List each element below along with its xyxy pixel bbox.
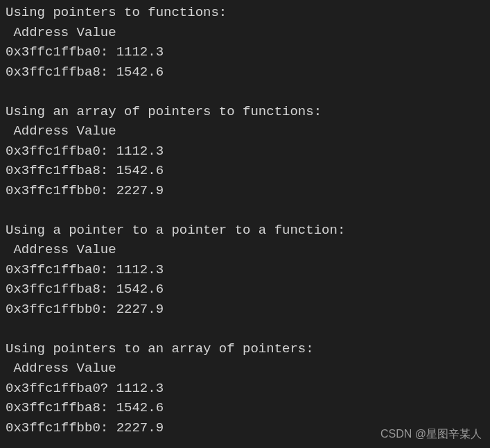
watermark: CSDN @星图辛某人 (380, 426, 482, 442)
value-cell: 1112.3 (116, 144, 164, 159)
value-cell: 2227.9 (116, 302, 164, 317)
value-cell: 1112.3 (116, 381, 164, 396)
value-cell: 1542.6 (116, 400, 164, 415)
address-cell: 0x3ffc1ffba8 (6, 163, 100, 178)
value-cell: 1542.6 (116, 64, 164, 80)
column-header: Address Value (6, 359, 484, 379)
separator: : (100, 282, 108, 297)
section-title: Using pointers to an array of pointers: (6, 339, 484, 359)
separator: : (100, 262, 108, 277)
output-row: 0x3ffc1ffba0: 1112.3 (6, 42, 484, 62)
separator: : (100, 144, 108, 159)
address-cell: 0x3ffc1ffba8 (6, 64, 100, 80)
output-row: 0x3ffc1ffba8: 1542.6 (6, 398, 484, 418)
value-cell: 2227.9 (116, 420, 164, 436)
output-row: 0x3ffc1ffbb0: 2227.9 (6, 181, 484, 201)
separator: : (100, 302, 108, 317)
output-row: 0x3ffc1ffba8: 1542.6 (6, 62, 484, 83)
value-cell: 1112.3 (116, 262, 164, 277)
section-title: Using pointers to functions: (6, 3, 484, 23)
output-row: 0x3ffc1ffba0: 1112.3 (6, 260, 484, 280)
output-row: 0x3ffc1ffba0: 1112.3 (6, 141, 484, 162)
address-cell: 0x3ffc1ffba8 (6, 400, 100, 415)
output-row: 0x3ffc1ffba8: 1542.6 (6, 161, 484, 181)
separator: : (100, 44, 108, 60)
output-row: 0x3ffc1ffbb0: 2227.9 (6, 300, 484, 320)
output-row: 0x3ffc1ffba0? 1112.3 (6, 379, 484, 399)
value-cell: 1542.6 (116, 163, 164, 178)
output-row: 0x3ffc1ffba8: 1542.6 (6, 279, 484, 300)
separator: : (100, 64, 108, 80)
value-cell: 2227.9 (116, 183, 164, 198)
section-title: Using an array of pointers to functions: (6, 102, 484, 122)
column-header: Address Value (6, 240, 484, 260)
blank-line (6, 200, 484, 221)
address-cell: 0x3ffc1ffba0 (6, 44, 100, 60)
address-cell: 0x3ffc1ffba0 (6, 381, 100, 396)
column-header: Address Value (6, 23, 484, 43)
value-cell: 1112.3 (116, 44, 164, 60)
address-cell: 0x3ffc1ffbb0 (6, 420, 100, 436)
address-cell: 0x3ffc1ffba8 (6, 282, 100, 297)
blank-line (6, 319, 484, 339)
address-cell: 0x3ffc1ffbb0 (6, 183, 100, 198)
separator: : (100, 420, 108, 436)
value-cell: 1542.6 (116, 282, 164, 297)
address-cell: 0x3ffc1ffbb0 (6, 302, 100, 317)
address-cell: 0x3ffc1ffba0 (6, 144, 100, 159)
column-header: Address Value (6, 121, 484, 141)
terminal-output: Using pointers to functions: Address Val… (6, 3, 484, 438)
separator: : (100, 400, 108, 415)
address-cell: 0x3ffc1ffba0 (6, 262, 100, 277)
separator: : (100, 163, 108, 178)
separator: : (100, 183, 108, 198)
blank-line (6, 82, 484, 102)
separator: ? (100, 381, 108, 396)
section-title: Using a pointer to a pointer to a functi… (6, 221, 484, 241)
